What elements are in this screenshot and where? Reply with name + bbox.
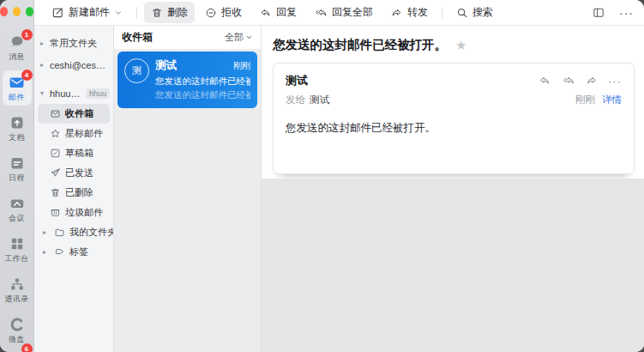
folder-item-starred[interactable]: 星标邮件 [38, 124, 110, 143]
folder-group-account-ceshi[interactable]: ▸ ceshi@ces666.com [34, 54, 113, 76]
compose-icon [51, 6, 64, 19]
account-tag: hhuu [86, 88, 110, 99]
content-area: ▸ 常用文件夹 ▸ ceshi@ces666.com ▾ hhuu@ces666… [34, 26, 644, 352]
folder-item-spam[interactable]: 垃圾邮件 [38, 203, 110, 222]
folder-item-my-folders[interactable]: ▸ 我的文件夹 [38, 222, 110, 242]
rail-item-mail[interactable]: 4 邮件 [3, 70, 32, 106]
reply-all-icon[interactable] [561, 75, 575, 87]
folder-pane: ▸ 常用文件夹 ▸ ceshi@ces666.com ▾ hhuu@ces666… [34, 26, 114, 352]
reply-icon[interactable] [538, 75, 551, 87]
message-subject: 您发送的这封邮件已经被打开。 [273, 37, 447, 53]
folder-item-sent[interactable]: 已发送 [38, 163, 110, 183]
reply-all-button[interactable]: 回复全部 [307, 2, 380, 23]
more-actions-icon[interactable]: ··· [608, 75, 622, 88]
minimize-window-button[interactable] [13, 7, 21, 16]
message-body: 您发送的这封邮件已经被打开。 [286, 121, 622, 136]
trash-icon [50, 187, 61, 198]
triangle-collapsed-icon: ▸ [43, 228, 50, 236]
triangle-collapsed-icon: ▸ [40, 61, 47, 69]
star-icon [50, 128, 61, 139]
close-window-button[interactable] [0, 7, 8, 16]
junk-box-icon [50, 207, 61, 218]
compose-button[interactable]: 新建邮件 [45, 2, 129, 23]
rail-item-calendar[interactable]: 日程 [3, 151, 32, 186]
app-rail: 1 消息 4 邮件 文档 日程 会议 [0, 0, 34, 352]
folder-icon [54, 227, 65, 238]
rail-item-meeting[interactable]: 会议 [3, 191, 32, 227]
layout-panel-icon[interactable] [592, 6, 605, 19]
tag-icon [54, 246, 65, 258]
video-camera-icon [9, 195, 26, 212]
email-list-item-selected[interactable]: 测 测试 刚刚 您发送的这封邮件已经被打开。 您发送的这封邮件已经被打开。 [117, 52, 257, 108]
rail-item-contacts[interactable]: 通讯录 [3, 272, 32, 307]
rail-item-messages[interactable]: 1 消息 [3, 30, 32, 65]
org-chart-icon [9, 276, 26, 293]
buildings-icon: 6 [9, 348, 26, 352]
search-icon [456, 7, 468, 19]
zoom-window-button[interactable] [26, 7, 33, 16]
triangle-collapsed-icon: ▸ [40, 39, 47, 47]
community-badge: 6 [21, 343, 33, 352]
avatar: 测 [124, 58, 149, 83]
messages-badge: 1 [21, 29, 33, 40]
mail-app-window: 1 消息 4 邮件 文档 日程 会议 [0, 0, 644, 352]
mail-list-header: 收件箱 全部 [114, 26, 261, 49]
paper-plane-icon [50, 167, 61, 179]
chat-bubble-icon: 1 [9, 33, 26, 51]
more-options-button[interactable]: ··· [619, 6, 634, 20]
triangle-collapsed-icon: ▸ [43, 248, 50, 256]
reply-icon [259, 7, 272, 19]
list-title: 收件箱 [122, 30, 153, 45]
details-link[interactable]: 详情 [602, 94, 622, 106]
rail-item-drive[interactable]: 微盘 [3, 313, 32, 348]
email-subject: 您发送的这封邮件已经被打开。 [155, 76, 250, 88]
mail-list-pane: 收件箱 全部 测 测试 刚刚 您发送的这封邮件 [114, 26, 262, 352]
to-label: 发给 [286, 94, 305, 106]
document-icon [9, 114, 26, 131]
email-preview: 您发送的这封邮件已经被打开。 [155, 89, 250, 101]
folder-item-drafts[interactable]: 草稿箱 [38, 143, 110, 163]
forward-icon[interactable] [585, 75, 599, 87]
list-filter-dropdown[interactable]: 全部 [225, 31, 253, 44]
draft-icon [50, 148, 61, 159]
reply-all-icon [314, 7, 328, 19]
search-button[interactable]: 搜索 [449, 2, 500, 23]
folder-item-tags[interactable]: ▸ 标签 [38, 242, 110, 262]
folder-item-deleted[interactable]: 已删除 [38, 183, 110, 203]
mail-icon: 4 [9, 74, 26, 91]
reading-pane: 您发送的这封邮件已经被打开。 ★ 测试 [262, 26, 644, 352]
rail-item-workbench[interactable]: 工作台 [3, 232, 32, 267]
toolbar-divider [136, 7, 137, 19]
mail-list-body: 测 测试 刚刚 您发送的这封邮件已经被打开。 您发送的这封邮件已经被打开。 [114, 49, 261, 352]
minus-circle-icon [205, 7, 217, 19]
toolbar: 新建邮件 删除 拒收 [34, 0, 644, 26]
reject-button[interactable]: 拒收 [198, 2, 249, 23]
message-time: 刚刚 [575, 94, 595, 106]
folder-group-account-hhuu[interactable]: ▾ hhuu@ces666... hhuu [34, 82, 113, 104]
grid-icon [9, 235, 26, 252]
reply-button[interactable]: 回复 [252, 2, 304, 23]
email-sender: 测试 [155, 58, 233, 73]
rail-item-community[interactable]: 6 [9, 348, 26, 352]
email-time: 刚刚 [233, 60, 250, 72]
window-controls [0, 0, 34, 25]
folder-item-inbox[interactable]: 收件箱 [38, 104, 110, 124]
message-sender: 测试 [286, 73, 538, 88]
triangle-expanded-icon: ▾ [40, 89, 47, 97]
star-icon[interactable]: ★ [455, 38, 466, 53]
toolbar-divider [442, 7, 442, 19]
drive-c-icon [9, 316, 26, 333]
envelope-icon [50, 108, 61, 119]
chevron-down-icon [114, 9, 123, 17]
reading-pane-empty-area [262, 179, 644, 352]
forward-icon [390, 7, 403, 19]
trash-icon [151, 7, 163, 19]
delete-button[interactable]: 删除 [144, 2, 195, 23]
message-card: 测试 ··· [273, 63, 635, 174]
recipient-name: 测试 [310, 94, 575, 106]
folder-group-common[interactable]: ▸ 常用文件夹 [34, 33, 113, 54]
main-area: 新建邮件 删除 拒收 [34, 0, 644, 352]
forward-button[interactable]: 转发 [383, 2, 435, 23]
rail-item-docs[interactable]: 文档 [3, 111, 32, 146]
calendar-icon [9, 155, 26, 172]
